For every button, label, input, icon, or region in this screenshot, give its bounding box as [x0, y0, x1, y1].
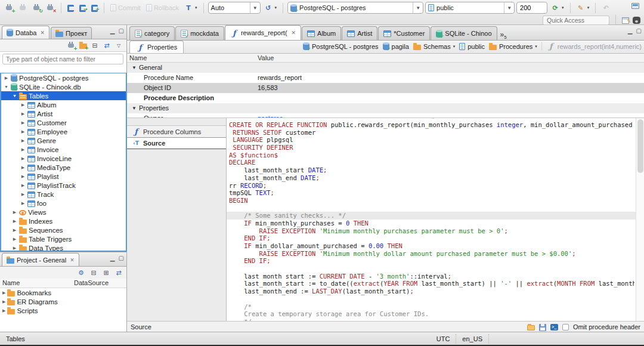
chevron-collapsed-icon[interactable]: ▶	[20, 156, 26, 161]
tree-item-table-triggers[interactable]: ▶Table Triggers	[1, 234, 126, 243]
chevron-collapsed-icon[interactable]: ▶	[20, 165, 26, 170]
tab-database-navigator[interactable]: Databa ✕	[2, 26, 49, 39]
gear-icon[interactable]: ⚙	[77, 269, 85, 277]
chevron-collapsed-icon[interactable]: ▶	[12, 210, 17, 215]
code-scrollbar[interactable]	[636, 118, 644, 321]
minimize-icon[interactable]: ▁	[110, 28, 115, 34]
tree-item-track[interactable]: ▶Track	[1, 190, 126, 199]
close-icon[interactable]: ✕	[70, 257, 75, 263]
status-timezone[interactable]: UTC	[431, 334, 457, 344]
console-icon[interactable]: >_	[550, 324, 558, 330]
chevron-expanded-icon[interactable]: ▼	[132, 63, 137, 73]
source-code-viewer[interactable]: ▲▼ CREATE OR REPLACE FUNCTION public.rew…	[227, 118, 644, 321]
connect-button[interactable]: +	[4, 3, 16, 13]
collapse-all-icon[interactable]: ⊟	[91, 42, 99, 50]
new-connection-icon[interactable]: +	[67, 42, 76, 50]
property-row-owner[interactable]: Ownerpostgres	[127, 113, 644, 118]
breadcrumb-item-schemas[interactable]: Schemas▾	[413, 43, 455, 50]
chevron-expanded-icon[interactable]: ▼	[4, 85, 9, 89]
project-item-er-diagrams[interactable]: ▶ER Diagrams	[0, 297, 126, 306]
column-header-name[interactable]: Name	[127, 54, 255, 62]
data-editor-perspective-icon[interactable]	[622, 17, 629, 24]
maximize-icon[interactable]: ▢	[119, 28, 124, 34]
column-header-name[interactable]: Name	[0, 279, 72, 288]
tab-project-general[interactable]: Project - General ✕	[2, 253, 79, 266]
tree-item-genre[interactable]: ▶Genre	[1, 136, 126, 145]
chevron-expanded-icon[interactable]: ▼	[132, 103, 137, 113]
tab-overflow-indicator[interactable]: »5	[500, 30, 507, 40]
chevron-collapsed-icon[interactable]: ▶	[20, 138, 26, 143]
tree-item-indexes[interactable]: ▶Indexes	[1, 217, 126, 225]
tree-item-data-types[interactable]: ▶Data Types	[1, 243, 126, 252]
column-header-datasource[interactable]: DataSource	[72, 279, 111, 288]
commit-button[interactable]: Commit	[109, 3, 143, 13]
open-sql-script-button[interactable]: →	[78, 3, 88, 13]
dbeaver-perspective-icon[interactable]	[633, 17, 640, 24]
scrollbar-thumb[interactable]	[637, 119, 643, 173]
maximize-icon[interactable]: ▢	[636, 28, 642, 34]
chevron-collapsed-icon[interactable]: ▶	[20, 201, 26, 206]
link-with-editor-icon[interactable]: ⇄	[103, 42, 111, 50]
link-with-editor-icon[interactable]: ⇄	[114, 269, 123, 277]
chevron-collapsed-icon[interactable]: ▶	[2, 291, 5, 295]
tree-item-mediatype[interactable]: ▶MediaType	[1, 163, 126, 172]
editor-tab--customer[interactable]: *Customer	[378, 26, 430, 40]
chevron-collapsed-icon[interactable]: ▶	[12, 228, 17, 233]
chevron-collapsed-icon[interactable]: ▶	[2, 299, 5, 304]
commit-mode-combo[interactable]: Auto▼	[208, 2, 261, 14]
chevron-collapsed-icon[interactable]: ▶	[20, 192, 26, 197]
collapse-all-icon[interactable]: ⊟	[89, 269, 98, 277]
tree-item-playlisttrack[interactable]: ▶PlaylistTrack	[1, 181, 126, 190]
tab-properties[interactable]: ƒ Properties	[129, 41, 184, 53]
chevron-collapsed-icon[interactable]: ▶	[20, 129, 26, 134]
sql-editor-button[interactable]	[66, 3, 76, 13]
transaction-mode-button[interactable]: T▾	[182, 3, 199, 13]
property-row-object-id[interactable]: Object ID16,583	[127, 83, 644, 93]
chevron-collapsed-icon[interactable]: ▶	[20, 174, 26, 179]
editor-tab-mockdata[interactable]: ✓mockdata	[175, 26, 224, 40]
breadcrumb-item-public[interactable]: public	[459, 43, 485, 50]
close-icon[interactable]: ✕	[292, 30, 296, 36]
property-row-general[interactable]: ▼General	[127, 63, 644, 73]
breadcrumb-item-postgresql-postgres[interactable]: ✓PostgreSQL - postgres	[303, 42, 378, 50]
chevron-down-icon[interactable]: ▾	[535, 44, 537, 49]
tree-item-employee[interactable]: ▶Employee	[1, 127, 126, 136]
chevron-down-icon[interactable]: ▾	[275, 5, 277, 10]
tree-item-postgresql-postgres[interactable]: ▶✓PostgreSQL - postgres	[1, 73, 126, 82]
property-row-properties[interactable]: ▼Properties	[127, 103, 644, 113]
tree-item-foo[interactable]: ▶foo	[1, 199, 126, 208]
breadcrumb-item-procedures[interactable]: Procedures▾	[489, 43, 537, 50]
transaction-log-button[interactable]: ↺▾	[262, 3, 279, 13]
chevron-collapsed-icon[interactable]: ▶	[12, 219, 17, 224]
tree-item-invoiceline[interactable]: ▶InvoiceLine	[1, 154, 126, 163]
fetch-size-input[interactable]	[516, 2, 547, 14]
disconnect-button[interactable]	[17, 3, 29, 13]
open-file-icon[interactable]	[527, 325, 535, 330]
chevron-collapsed-icon[interactable]: ▶	[2, 308, 5, 313]
disconnect-all-button[interactable]: ✕	[45, 3, 57, 13]
minimize-icon[interactable]: ▁	[628, 28, 633, 34]
project-item-scripts[interactable]: ▶Scripts	[0, 306, 126, 315]
sql-generator-button[interactable]: ✎▾	[575, 3, 592, 13]
status-locale[interactable]: en_US	[456, 334, 489, 344]
column-header-value[interactable]: Value	[255, 54, 276, 62]
tree-item-customer[interactable]: ▶Customer	[1, 118, 126, 127]
active-schema-combo[interactable]: public▼	[425, 2, 515, 14]
editor-tab-category[interactable]: ✓category	[129, 26, 175, 40]
tree-item-tables[interactable]: ▼Tables	[1, 91, 126, 100]
tree-item-views[interactable]: ▶Views	[1, 208, 126, 217]
side-tab-procedure-columns[interactable]: ƒProcedure Columns	[127, 125, 226, 137]
chevron-down-icon[interactable]: ▼	[413, 2, 420, 13]
editor-tab-sqlite-chinoo[interactable]: ✓SQLite - Chinoo	[431, 26, 497, 40]
chevron-collapsed-icon[interactable]: ▶	[20, 183, 26, 188]
chevron-collapsed-icon[interactable]: ▶	[12, 246, 17, 251]
refresh-button[interactable]: ⟳▾	[549, 3, 566, 13]
object-filter-input[interactable]	[2, 54, 123, 64]
chevron-expanded-icon[interactable]: ▼	[12, 94, 17, 98]
chevron-collapsed-icon[interactable]: ▶	[20, 112, 26, 116]
active-datasource-combo[interactable]: ✓PostgreSQL - postgres▼	[287, 2, 423, 14]
property-row-procedure-name[interactable]: Procedure Namerewards_report	[127, 73, 644, 83]
chevron-down-icon[interactable]: ▾	[453, 44, 456, 49]
new-sql-script-button[interactable]: +	[89, 3, 100, 13]
rollback-button[interactable]: Rollback	[144, 3, 181, 13]
